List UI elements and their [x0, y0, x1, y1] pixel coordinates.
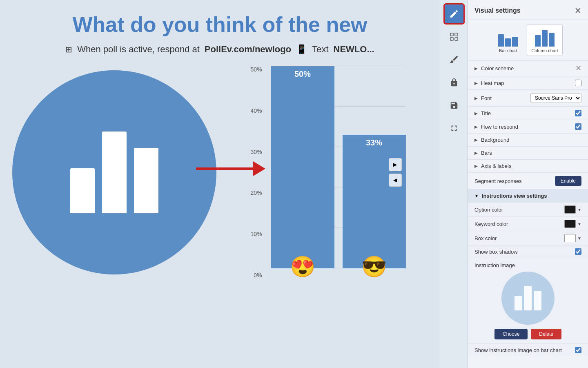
- column-chart-button[interactable]: Column chart: [527, 24, 562, 56]
- y-label-50: 50%: [251, 66, 262, 73]
- text-code: NEWLO...: [334, 44, 374, 55]
- back-button[interactable]: ◀: [389, 174, 402, 187]
- chart-controls: ▶ ◀: [389, 158, 402, 187]
- axis-labels-label: Axis & labels: [481, 163, 581, 169]
- brush-tool-button[interactable]: [443, 49, 465, 70]
- col-bar-1: [535, 35, 541, 47]
- keyword-color-dropdown[interactable]: ▼: [577, 222, 581, 226]
- bars-row[interactable]: ▶ Bars: [468, 147, 588, 160]
- preview-bars: [514, 286, 541, 310]
- segment-responses-label: Segment responses: [474, 178, 555, 184]
- axis-labels-chevron: ▶: [474, 164, 478, 168]
- option-color-dropdown[interactable]: ▼: [577, 207, 581, 212]
- how-to-respond-checkbox[interactable]: [575, 123, 581, 130]
- color-scheme-label: Color scheme: [481, 65, 575, 71]
- prev-bar-2: [524, 286, 532, 310]
- color-scheme-x[interactable]: ✕: [575, 64, 581, 73]
- main-body: 50% 40% 30% 20% 10% 0%: [0, 58, 440, 368]
- box-color-dropdown[interactable]: ▼: [577, 236, 581, 241]
- keyword-color-label: Keyword color: [474, 221, 564, 227]
- svg-rect-2: [450, 38, 453, 40]
- background-row[interactable]: ▶ Background: [468, 134, 588, 147]
- y-label-20: 20%: [251, 190, 262, 196]
- main-content: What do you think of the new ⊞ When poll…: [0, 0, 440, 368]
- chart-types: Bar chart Column chart: [468, 20, 588, 60]
- option-color-swatch[interactable]: [564, 205, 576, 214]
- col-bar-2: [542, 30, 548, 47]
- color-scheme-row[interactable]: ▶ Color scheme ✕: [468, 60, 588, 76]
- how-to-respond-chevron: ▶: [474, 125, 478, 129]
- save-icon: [450, 101, 459, 110]
- axis-labels-row[interactable]: ▶ Axis & labels: [468, 160, 588, 173]
- connect-tool-button[interactable]: [443, 26, 465, 47]
- pencil-tool-button[interactable]: [443, 3, 465, 25]
- how-to-respond-row[interactable]: ▶ How to respond: [468, 120, 588, 134]
- y-label-40: 40%: [251, 107, 262, 114]
- box-color-swatch[interactable]: [564, 234, 576, 242]
- show-on-chart-label: Show instructions image on bar chart: [474, 347, 575, 353]
- instructions-header[interactable]: ▼ Instructions view settings: [468, 190, 588, 203]
- y-label-0: 0%: [251, 272, 262, 279]
- poll-instructions: ⊞ When poll is active, respond at PollEv…: [0, 41, 440, 58]
- expand-tool-button[interactable]: [443, 118, 465, 139]
- font-select[interactable]: Source Sans Pro Arial Helvetica: [530, 93, 581, 103]
- logo-bars: [70, 132, 158, 213]
- lock-icon: [450, 78, 459, 87]
- pencil-icon: [449, 9, 459, 19]
- bar-label-1: 50%: [294, 69, 311, 79]
- instructions-section: ▼ Instructions view settings Option colo…: [468, 190, 588, 356]
- bar-chart-button[interactable]: Bar chart: [493, 24, 523, 56]
- heatmap-row[interactable]: ▶ Heat map: [468, 76, 588, 90]
- brush-icon: [449, 55, 459, 65]
- lock-tool-button[interactable]: [443, 72, 465, 93]
- connect-icon: [449, 32, 459, 42]
- sidebar-toolbar: [440, 0, 468, 368]
- emoji-1: 😍: [290, 255, 315, 279]
- option-color-label: Option color: [474, 207, 564, 213]
- title-row[interactable]: ▶ Title: [468, 107, 588, 120]
- column-chart-icon: [535, 27, 555, 47]
- instructions-chevron: ▼: [474, 194, 479, 198]
- bar-chart-bar-1: [498, 34, 504, 47]
- chart-container: 50% 40% 30% 20% 10% 0%: [251, 66, 406, 279]
- title-checkbox[interactable]: [575, 110, 581, 116]
- instruction-image-section: Instruction image Choose Delete: [468, 258, 588, 344]
- keyword-color-row: Keyword color ▼: [468, 217, 588, 231]
- option-color-row: Option color ▼: [468, 203, 588, 217]
- bars-label: Bars: [481, 150, 581, 156]
- instructions-view-label: Instructions view settings: [482, 193, 547, 199]
- delete-image-button[interactable]: Delete: [531, 329, 561, 339]
- show-box-shadow-checkbox[interactable]: [575, 248, 581, 255]
- font-row: ▶ Font Source Sans Pro Arial Helvetica: [468, 90, 588, 107]
- heatmap-checkbox[interactable]: [575, 80, 581, 86]
- segment-responses-row: Segment responses Enable: [468, 173, 588, 190]
- keyword-color-swatch[interactable]: [564, 220, 576, 228]
- bar-1: 50%: [271, 66, 334, 268]
- emoji-2: 😎: [361, 255, 387, 279]
- bars-wrapper: 50% 33%: [271, 66, 406, 268]
- bar-col-1: 50%: [271, 66, 334, 268]
- arrow-head: [253, 161, 265, 176]
- arrow-container: [196, 161, 265, 176]
- save-tool-button[interactable]: [443, 95, 465, 116]
- poll-title: What do you think of the new: [0, 0, 440, 41]
- logo-bar-1: [70, 168, 95, 213]
- close-settings-button[interactable]: ✕: [575, 6, 581, 16]
- connection-icon: ⊞: [65, 45, 72, 54]
- bar-chart-bar-3: [512, 37, 518, 47]
- bar-chart-label: Bar chart: [499, 48, 517, 53]
- choose-image-button[interactable]: Choose: [494, 329, 528, 339]
- instruction-image-preview: [501, 272, 555, 325]
- expand-icon: [450, 124, 459, 133]
- prev-bar-1: [514, 296, 522, 310]
- logo-bar-2: [102, 132, 127, 213]
- heatmap-chevron: ▶: [474, 81, 478, 85]
- background-chevron: ▶: [474, 138, 478, 142]
- enable-segment-button[interactable]: Enable: [555, 176, 581, 186]
- svg-rect-1: [455, 33, 458, 36]
- play-button[interactable]: ▶: [389, 158, 402, 171]
- bar-label-2: 33%: [366, 138, 382, 147]
- col-bar-3: [549, 33, 555, 47]
- show-on-chart-checkbox[interactable]: [575, 347, 581, 353]
- instruction-image-label: Instruction image: [474, 262, 581, 268]
